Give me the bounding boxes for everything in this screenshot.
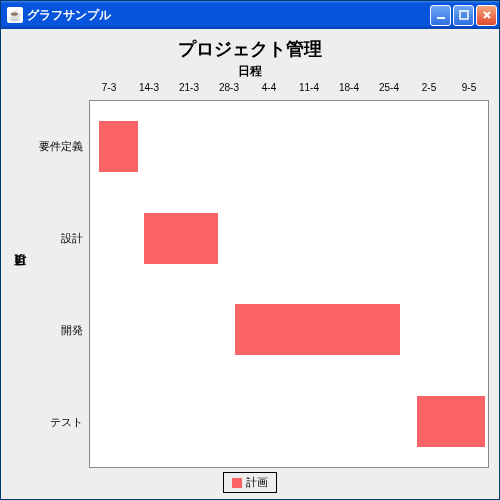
x-tick: 28-3	[209, 82, 249, 100]
x-tick: 9-5	[449, 82, 489, 100]
legend: 計画	[223, 472, 277, 493]
x-ticks: 7-314-321-328-34-411-418-425-42-59-5	[89, 82, 489, 100]
plot-area	[89, 100, 489, 468]
y-categories-column: 要件定義設計開発テスト	[29, 82, 89, 468]
legend-row: 計画	[11, 468, 489, 493]
y-category-label: 設計	[29, 192, 89, 284]
x-tick: 2-5	[409, 82, 449, 100]
x-tick: 7-3	[89, 82, 129, 100]
plot-column: 7-314-321-328-34-411-418-425-42-59-5	[89, 82, 489, 468]
y-category-label: 開発	[29, 284, 89, 376]
x-tick: 18-4	[329, 82, 369, 100]
minimize-button[interactable]	[430, 5, 451, 26]
gantt-bar	[235, 304, 400, 355]
chart-title: プロジェクト管理	[11, 37, 489, 61]
legend-swatch-icon	[232, 478, 242, 488]
app-window: ☕ グラフサンプル プロジェクト管理 日程 項目 要件定義設計開発テスト	[0, 0, 500, 500]
close-button[interactable]	[476, 5, 497, 26]
gantt-bar	[99, 121, 139, 172]
java-icon: ☕	[7, 7, 23, 23]
x-tick: 4-4	[249, 82, 289, 100]
x-tick: 14-3	[129, 82, 169, 100]
x-tick: 11-4	[289, 82, 329, 100]
svg-rect-1	[460, 11, 468, 19]
x-tick: 25-4	[369, 82, 409, 100]
gantt-bar	[144, 213, 218, 264]
y-category-label: 要件定義	[29, 100, 89, 192]
window-buttons	[430, 5, 497, 26]
chart-body: 項目 要件定義設計開発テスト 7-314-321-328-34-411-418-…	[11, 82, 489, 468]
y-category-label: テスト	[29, 376, 89, 468]
window-title: グラフサンプル	[27, 7, 430, 24]
chart-panel: プロジェクト管理 日程 項目 要件定義設計開発テスト 7-314-321-328…	[1, 29, 499, 499]
gantt-bar	[417, 396, 485, 447]
legend-series-label: 計画	[246, 475, 268, 490]
svg-rect-0	[437, 17, 445, 19]
y-axis-label-container: 項目	[11, 82, 29, 468]
x-axis-label: 日程	[11, 63, 489, 80]
x-tick: 21-3	[169, 82, 209, 100]
maximize-button[interactable]	[453, 5, 474, 26]
titlebar[interactable]: ☕ グラフサンプル	[1, 1, 499, 29]
